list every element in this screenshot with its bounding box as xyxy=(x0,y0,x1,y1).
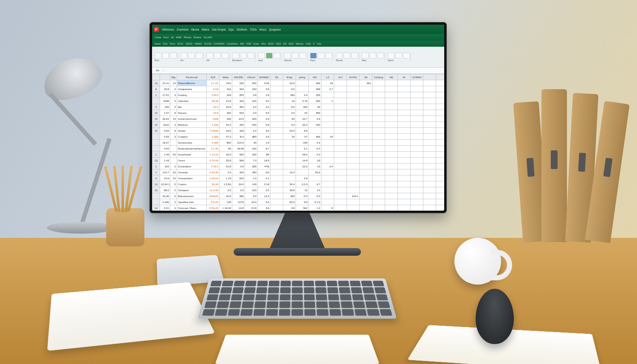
ribbon-button[interactable] xyxy=(170,53,177,59)
column-header[interactable]: Waks xyxy=(220,74,232,80)
subtab-item[interactable]: M12 xyxy=(289,42,294,45)
subtab-item[interactable]: ROG xyxy=(178,42,183,45)
subtab-item[interactable]: Have xyxy=(155,42,161,45)
ribbon-button[interactable] xyxy=(206,53,213,59)
ribbon-button[interactable] xyxy=(232,53,239,59)
ribbon-button[interactable] xyxy=(369,53,376,59)
column-header[interactable] xyxy=(160,74,170,80)
table-row[interactable]: 151.43Osors4,70.9933.85897.018.814.893 xyxy=(152,158,445,164)
spreadsheet-grid[interactable]: BigPentmmal518WaksARUREA91oN6K9E68066Ogt… xyxy=(152,74,444,211)
column-header[interactable]: W xyxy=(398,74,411,80)
tab-item[interactable]: SLLAM xyxy=(203,36,212,39)
ribbon-button[interactable] xyxy=(292,53,299,59)
subtab-item[interactable]: KES xyxy=(276,42,281,45)
ribbon-button[interactable] xyxy=(258,53,265,59)
table-row[interactable]: 11:4900Noschiulati1.14.1933.0500200B908.… xyxy=(152,152,445,158)
subtab-item[interactable]: Koes xyxy=(254,42,259,45)
column-header[interactable]: ARURE xyxy=(232,74,245,80)
ribbon-button[interactable] xyxy=(284,53,291,59)
ribbon-button[interactable] xyxy=(351,53,358,59)
subtab-item[interactable]: NS5 xyxy=(246,42,251,45)
tab-item[interactable]: Ricters xyxy=(194,36,202,39)
table-row[interactable]: 1533.2213Gortet.kennures143823023.02040.… xyxy=(152,116,445,122)
title-item[interactable]: Zvarisles xyxy=(177,28,189,31)
title-item[interactable]: Quapess xyxy=(269,28,281,31)
subtab-item[interactable]: NCOS xyxy=(204,42,211,45)
column-header[interactable]: 6Ogt xyxy=(283,74,296,80)
tab-item[interactable]: Chste xyxy=(155,36,161,39)
ribbon-button[interactable] xyxy=(240,53,247,59)
ribbon-button[interactable] xyxy=(403,53,410,59)
table-row[interactable]: 34.365Blatctetostom40404540.82862:013:32… xyxy=(152,193,445,199)
subtab-item[interactable]: KE xyxy=(283,42,287,45)
subtab-item[interactable]: Nhs xyxy=(261,42,266,45)
table-row[interactable]: 18:27Socessuace5.028800215.6301.81084:2 xyxy=(152,140,445,146)
table-row[interactable]: 1115:723Goceripi4:39:391:53293509:616.45… xyxy=(152,169,445,175)
subtab-item[interactable]: Trex xyxy=(163,42,168,45)
table-row[interactable]: 925:83Golaparaice0.633163433433:59.54682… xyxy=(152,86,445,92)
column-header[interactable]: HE xyxy=(385,74,398,80)
subtab-item[interactable]: Rron xyxy=(170,42,175,45)
ribbon-button[interactable] xyxy=(266,53,273,59)
name-box[interactable]: R4 xyxy=(152,69,163,72)
ribbon-button[interactable] xyxy=(395,53,402,59)
title-item[interactable]: Dicittvtn xyxy=(237,28,247,31)
column-header[interactable]: 6K9E68 xyxy=(258,74,271,80)
ribbon-button[interactable] xyxy=(222,53,228,59)
column-header[interactable]: 06 xyxy=(271,74,283,80)
subtab-item[interactable]: X xyxy=(313,42,315,45)
ribbon-button[interactable] xyxy=(344,53,350,59)
title-item[interactable]: Mocs xyxy=(259,28,267,31)
subtab-item[interactable]: Cdc xyxy=(317,42,321,45)
ribbon-button[interactable] xyxy=(299,53,306,59)
ribbon-button[interactable] xyxy=(180,53,187,59)
table-row[interactable]: 1315.04.15Coaton50:301:5:5634:01400.1850… xyxy=(152,181,445,187)
ribbon-button[interactable] xyxy=(188,53,195,59)
column-header[interactable]: Wrt xyxy=(309,74,321,80)
ribbon-button[interactable] xyxy=(196,53,203,59)
ribbon-button[interactable] xyxy=(155,53,161,59)
column-header[interactable] xyxy=(152,74,160,80)
subtab-item[interactable]: NMES xyxy=(194,42,202,45)
table-row[interactable]: 11022Dutouiation4.26.051.82:8358P4623.31… xyxy=(152,164,445,169)
table-row[interactable]: 1021:4114PleamsBiccinn2:1.91H102355000.9… xyxy=(152,80,445,86)
ribbon-button[interactable] xyxy=(362,53,369,59)
subtab-item[interactable]: Mlk xyxy=(240,42,244,45)
column-header[interactable]: Gldaing xyxy=(372,74,385,80)
tab-item[interactable]: Plicdor xyxy=(183,36,191,39)
worksheet[interactable]: BigPentmmal518WaksARUREA91oN6K9E68066Ogt… xyxy=(152,74,444,211)
title-item[interactable]: Dat-Smple xyxy=(212,28,226,31)
table-row[interactable]: 4.053Corgenc2.29647.3B.98803:4240746624 xyxy=(152,134,445,140)
column-header[interactable]: Big xyxy=(170,74,177,80)
subtab-item[interactable]: MGS xyxy=(268,42,274,45)
column-header[interactable]: IriO xyxy=(334,74,347,80)
subtab-item[interactable]: Wesce xyxy=(296,42,303,45)
title-item[interactable]: T2Ds xyxy=(250,28,257,31)
tab-item[interactable]: 02 xyxy=(171,36,174,39)
ribbon-button[interactable] xyxy=(377,53,384,59)
subtab-item[interactable]: 15915 xyxy=(185,42,192,45)
table-row[interactable]: 4.4362Gpedlina Aea5:5:26128317624:05:483… xyxy=(152,199,445,205)
ribbon-button[interactable] xyxy=(318,53,324,59)
column-header[interactable]: L4 xyxy=(321,74,334,80)
title-item[interactable]: Milstures xyxy=(162,28,174,31)
table-row[interactable]: 1531313Blachxis2.23642.3345F609:83.326.2… xyxy=(152,122,445,128)
ribbon-button[interactable] xyxy=(248,53,254,59)
ribbon-button[interactable] xyxy=(336,53,343,59)
column-header[interactable] xyxy=(423,74,436,80)
ribbon-button[interactable] xyxy=(388,53,395,59)
table-row[interactable]: 151.578Sesooc15.83205202:09:53.504399 xyxy=(152,110,445,116)
column-header[interactable]: A91oN xyxy=(245,74,258,80)
table-row[interactable]: 015.619Onacaclawrr1,20.091.195201.04.13.… xyxy=(152,175,445,181)
column-header[interactable]: GO99IH xyxy=(411,74,423,80)
title-item[interactable]: Dpo xyxy=(228,28,234,31)
column-header[interactable]: piting xyxy=(296,74,309,80)
ribbon-button[interactable] xyxy=(310,53,317,59)
column-header[interactable] xyxy=(436,74,445,80)
tab-item[interactable]: 4500 xyxy=(176,36,181,39)
table-row[interactable]: 34385Gfambes58:4812.83432249.0160.762561 xyxy=(152,98,445,104)
table-row[interactable]: 117.613Dooling5:8153185503:61:85902.9256 xyxy=(152,92,445,98)
subtab-item[interactable]: Cauirfloce xyxy=(227,42,238,45)
column-header[interactable]: 518 xyxy=(207,74,220,80)
column-header[interactable]: DONG xyxy=(347,74,360,80)
